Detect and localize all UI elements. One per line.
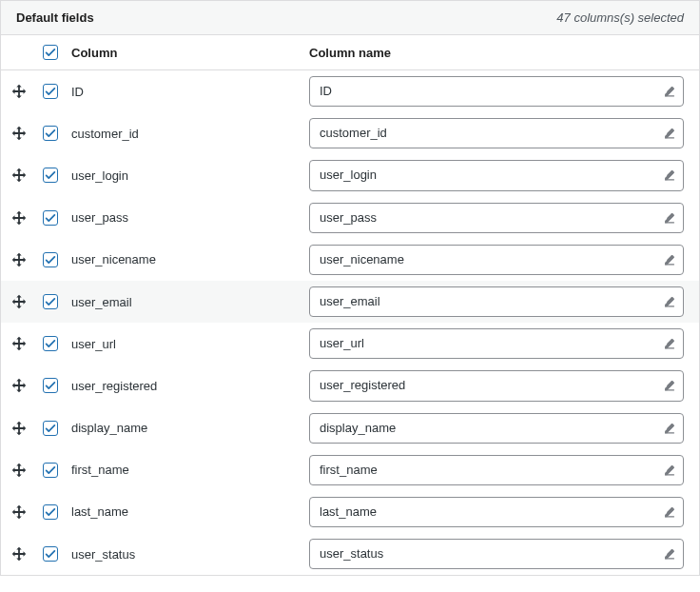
column-name-cell — [309, 328, 699, 359]
drag-handle-icon[interactable] — [10, 545, 28, 562]
row-checkbox[interactable] — [43, 84, 58, 99]
row-checkbox[interactable] — [43, 252, 58, 267]
column-label: user_url — [71, 337, 116, 351]
table-row: ID — [1, 70, 699, 112]
table-row: first_name — [1, 449, 699, 491]
pencil-icon[interactable] — [663, 464, 676, 477]
checkbox-cell — [37, 336, 64, 351]
drag-cell — [1, 462, 37, 479]
drag-handle-icon[interactable] — [10, 293, 28, 310]
master-checkbox[interactable] — [43, 45, 58, 60]
column-label: user_login — [71, 168, 128, 183]
pencil-icon[interactable] — [663, 127, 676, 140]
row-checkbox[interactable] — [43, 294, 58, 309]
table-row: display_name — [1, 407, 699, 449]
column-label: user_registered — [71, 379, 157, 393]
column-cell: user_url — [64, 337, 309, 351]
checkbox-cell — [37, 463, 64, 478]
column-name-input[interactable] — [309, 455, 684, 485]
column-label: user_nicename — [71, 252, 156, 266]
pencil-icon[interactable] — [663, 422, 676, 435]
drag-handle-icon[interactable] — [10, 503, 28, 521]
column-name-input[interactable] — [309, 286, 684, 317]
column-label: ID — [71, 85, 84, 99]
column-cell: display_name — [64, 421, 309, 435]
drag-handle-icon[interactable] — [10, 377, 28, 394]
pencil-icon[interactable] — [663, 295, 676, 308]
table-row: user_pass — [1, 197, 699, 239]
column-name-input[interactable] — [309, 370, 684, 401]
column-label: display_name — [71, 421, 147, 435]
row-checkbox[interactable] — [43, 378, 58, 393]
pencil-icon[interactable] — [663, 253, 676, 266]
column-name-input[interactable] — [309, 203, 684, 233]
column-name-input[interactable] — [309, 245, 684, 275]
pencil-icon[interactable] — [663, 505, 676, 519]
input-wrapper — [309, 286, 684, 317]
table-row: last_name — [1, 491, 699, 533]
row-checkbox[interactable] — [43, 168, 58, 183]
column-cell: last_name — [64, 504, 309, 519]
column-name-input[interactable] — [309, 497, 684, 527]
drag-cell — [1, 251, 37, 268]
pencil-icon[interactable] — [663, 337, 676, 350]
row-checkbox[interactable] — [43, 336, 58, 351]
column-name-input[interactable] — [309, 328, 684, 359]
drag-cell — [1, 167, 37, 184]
drag-cell — [1, 420, 37, 437]
input-wrapper — [309, 76, 684, 107]
input-wrapper — [309, 118, 684, 148]
pencil-icon[interactable] — [663, 547, 676, 561]
input-wrapper — [309, 413, 684, 444]
panel-title: Default fields — [16, 10, 94, 25]
column-label: first_name — [71, 463, 129, 477]
row-checkbox[interactable] — [43, 463, 58, 478]
pencil-icon[interactable] — [663, 379, 676, 392]
drag-cell — [1, 377, 37, 394]
row-checkbox[interactable] — [43, 421, 58, 436]
pencil-icon[interactable] — [663, 211, 676, 225]
drag-handle-icon[interactable] — [10, 462, 28, 479]
column-label: user_pass — [71, 210, 128, 225]
table-row: user_status — [1, 533, 699, 575]
column-name-input[interactable] — [309, 76, 684, 107]
column-cell: ID — [64, 85, 309, 99]
pencil-icon[interactable] — [663, 85, 676, 98]
column-cell: user_status — [64, 547, 309, 562]
input-wrapper — [309, 497, 684, 527]
drag-handle-icon[interactable] — [10, 125, 28, 142]
input-wrapper — [309, 203, 684, 233]
drag-handle-icon[interactable] — [10, 83, 28, 100]
column-name-input[interactable] — [309, 160, 684, 190]
drag-handle-icon[interactable] — [10, 251, 28, 268]
drag-handle-icon[interactable] — [10, 335, 28, 352]
column-name-cell — [309, 370, 699, 401]
column-name-cell — [309, 497, 699, 527]
input-wrapper — [309, 370, 684, 401]
pencil-icon[interactable] — [663, 168, 676, 182]
column-name-input[interactable] — [309, 413, 684, 444]
columns-selected-status: 47 columns(s) selected — [556, 10, 684, 25]
row-checkbox[interactable] — [43, 210, 58, 226]
drag-cell — [1, 503, 37, 521]
checkbox-cell — [37, 252, 64, 267]
row-checkbox[interactable] — [43, 126, 58, 141]
checkbox-cell — [37, 504, 64, 520]
column-cell: user_login — [64, 168, 309, 183]
column-name-cell — [309, 539, 699, 569]
column-name-input[interactable] — [309, 118, 684, 148]
checkbox-cell — [37, 294, 64, 309]
row-checkbox[interactable] — [43, 504, 58, 520]
column-name-cell — [309, 76, 699, 107]
table-row: user_registered — [1, 365, 699, 406]
drag-handle-icon[interactable] — [10, 167, 28, 184]
column-name-input[interactable] — [309, 539, 684, 569]
column-label: user_email — [71, 295, 132, 309]
column-name-cell — [309, 413, 699, 444]
row-checkbox[interactable] — [43, 546, 58, 562]
drag-handle-icon[interactable] — [10, 420, 28, 437]
column-cell: user_registered — [64, 379, 309, 393]
checkbox-cell — [37, 546, 64, 562]
checkbox-cell — [37, 126, 64, 141]
drag-handle-icon[interactable] — [10, 209, 28, 227]
